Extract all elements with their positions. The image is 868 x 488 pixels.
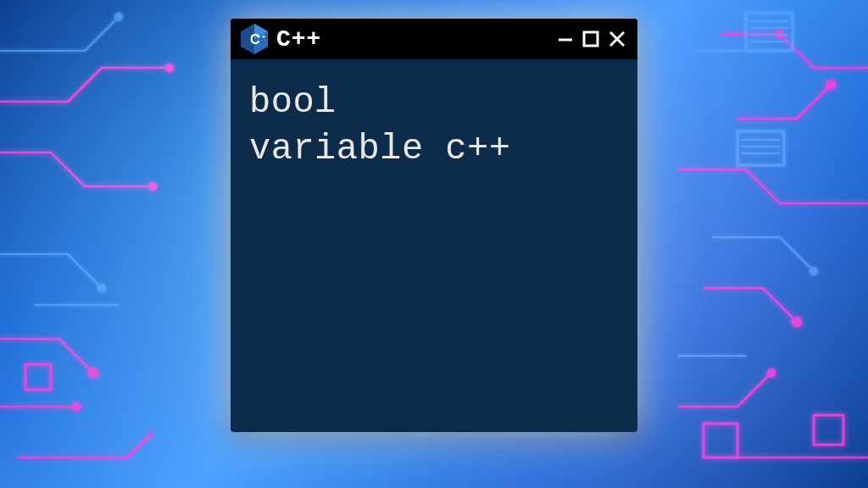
- titlebar: C + + C++: [231, 19, 637, 59]
- maximize-button[interactable]: [581, 30, 600, 48]
- code-line-2: variable c++: [249, 126, 619, 173]
- svg-text:+: +: [262, 34, 265, 40]
- minimize-button[interactable]: [556, 30, 575, 48]
- close-button[interactable]: [607, 29, 627, 49]
- svg-rect-30: [584, 32, 598, 46]
- code-line-1: bool: [249, 80, 619, 126]
- cpp-logo-icon: C + +: [241, 24, 268, 54]
- window-controls: [556, 29, 627, 49]
- code-content-area: bool variable c++: [231, 59, 637, 432]
- svg-text:+: +: [257, 34, 260, 40]
- code-window: C + + C++ bool variable c++: [231, 19, 637, 432]
- window-title: C++: [276, 26, 548, 53]
